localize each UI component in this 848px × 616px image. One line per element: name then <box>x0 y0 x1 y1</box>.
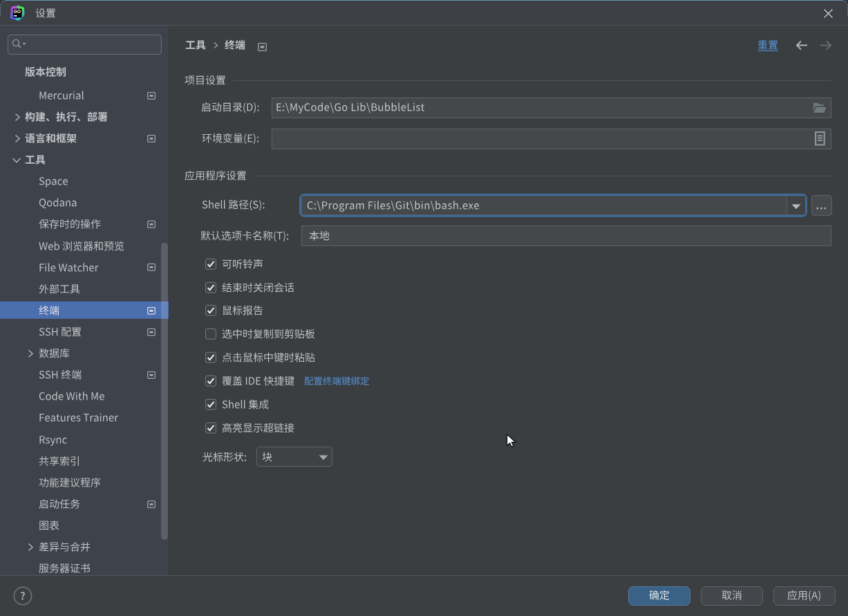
svg-text:GO: GO <box>14 9 21 14</box>
